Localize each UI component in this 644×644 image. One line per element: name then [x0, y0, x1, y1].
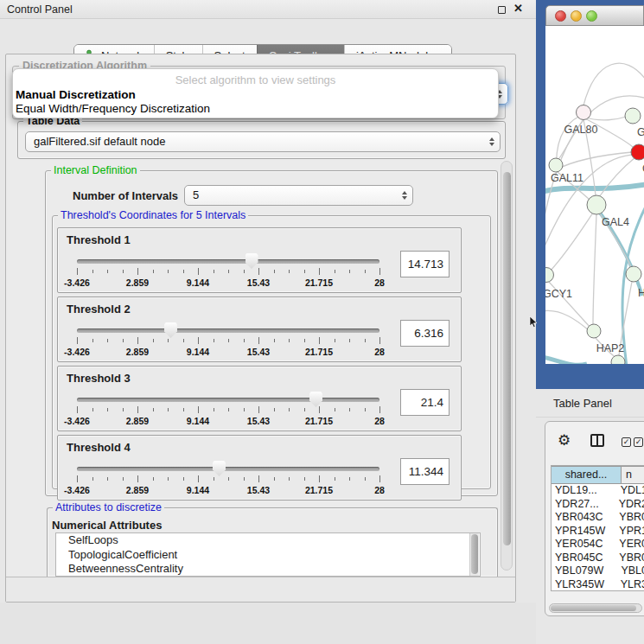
slider-thumb[interactable]	[245, 253, 258, 269]
slider-tick	[107, 477, 108, 481]
table-row[interactable]: YPR145W YPR1	[552, 525, 644, 539]
threshold-panel: Threshold 1 -3.4262.8599.14415.4321.7152…	[57, 227, 462, 293]
slider-thumb[interactable]	[309, 392, 322, 407]
network-view-canvas[interactable]: GAL80GACGAL11GAL4GCY1HHAP2	[545, 26, 644, 364]
column-header-name[interactable]: n	[622, 466, 644, 484]
slider-tick-label: 2.859	[126, 277, 149, 288]
thresholds-container: Threshold 1 -3.4262.8599.14415.4321.7152…	[57, 227, 462, 504]
close-traffic-light-icon[interactable]	[555, 10, 566, 22]
slider-tick-label: 21.715	[305, 347, 333, 357]
network-node-c[interactable]	[631, 144, 644, 160]
network-edge[interactable]	[557, 152, 632, 169]
dropdown-option-equal-width[interactable]: Equal Width/Frequency Discretization	[16, 102, 210, 115]
slider-tick	[335, 408, 335, 411]
close-icon[interactable]: ✕	[513, 2, 523, 15]
network-node-label: GA	[637, 126, 644, 138]
slider-ticks	[77, 406, 379, 414]
slider-tick	[319, 475, 320, 482]
top-tab-strip: Network Style Select Cyni Toolbox jActiv…	[0, 19, 536, 52]
slider-tick-label: 21.715	[305, 416, 333, 426]
split-view-icon[interactable]	[590, 434, 604, 447]
cell-name: YDL1	[616, 484, 644, 498]
network-window-titlebar[interactable]	[545, 5, 644, 26]
network-node[interactable]	[611, 355, 625, 364]
slider-tick-label: 9.144	[187, 347, 209, 357]
slider-track[interactable]	[77, 467, 379, 471]
numerical-attributes-list[interactable]: SelfLoopsTopologicalCoefficientBetweenne…	[55, 532, 481, 577]
threshold-slider[interactable]: -3.4262.8599.14415.4321.71528	[77, 392, 379, 429]
scrollbar-thumb[interactable]	[503, 172, 511, 545]
slider-tick-labels: -3.4262.8599.14415.4321.71528	[77, 277, 379, 288]
threshold-value-field[interactable]: 21.4	[400, 389, 450, 416]
table-row[interactable]: YDR27... YDR2	[552, 498, 644, 512]
network-edge[interactable]	[545, 310, 589, 330]
scrollbar-thumb[interactable]	[551, 605, 636, 611]
slider-thumb[interactable]	[164, 322, 177, 338]
scrollbar-thumb[interactable]	[471, 534, 478, 574]
network-edge[interactable]	[599, 157, 635, 197]
slider-tick	[365, 477, 366, 481]
threshold-slider[interactable]: -3.4262.8599.14415.4321.71528	[77, 462, 379, 498]
minimize-traffic-light-icon[interactable]	[571, 10, 582, 22]
table-horizontal-scrollbar[interactable]	[549, 603, 642, 613]
checkbox-checked-icon[interactable]: ✓	[622, 437, 631, 447]
table-row[interactable]: YDL19... YDL1	[552, 484, 644, 498]
network-edge[interactable]	[583, 63, 644, 105]
network-node-hap2[interactable]	[587, 324, 601, 338]
dropdown-option-manual[interactable]: Manual Discretization	[16, 88, 136, 101]
gear-icon[interactable]: ⚙	[558, 431, 571, 450]
table-row[interactable]: YBR043C YBR0	[552, 511, 644, 525]
slider-tick	[335, 477, 335, 481]
table-row[interactable]: YER054C YER0	[552, 538, 644, 552]
cell-shared-name: YDL19...	[552, 484, 616, 498]
column-header-shared-name[interactable]: shared...	[552, 466, 622, 484]
network-node-gal4[interactable]	[587, 195, 606, 214]
thresholds-group-title: Threshold's Coordinates for 5 Intervals	[58, 209, 248, 221]
table-data-combobox[interactable]: galFiltered.sif default node	[25, 131, 501, 152]
float-window-icon[interactable]	[498, 6, 506, 14]
network-node-gcy1[interactable]	[545, 268, 554, 283]
threshold-value-field[interactable]: 6.316	[400, 320, 450, 347]
slider-tick-labels: -3.4262.8599.14415.4321.71528	[77, 416, 379, 426]
network-node-h[interactable]	[626, 266, 641, 282]
network-node-gal11[interactable]	[549, 158, 563, 172]
panel-vertical-scrollbar[interactable]	[501, 161, 513, 571]
slider-track[interactable]	[77, 398, 379, 402]
network-node-gal80[interactable]	[577, 105, 591, 120]
network-edge[interactable]	[593, 214, 596, 324]
attribute-list-item[interactable]: SelfLoops	[56, 533, 480, 548]
network-edge-highlighted[interactable]	[545, 357, 587, 364]
node-table[interactable]: shared... n YDL19... YDL1 YDR27... YDR2 …	[551, 465, 644, 591]
zoom-traffic-light-icon[interactable]	[586, 10, 597, 22]
network-edge[interactable]	[583, 117, 626, 120]
table-row[interactable]: YBL079W YBL0	[552, 564, 644, 578]
threshold-value-field[interactable]: 11.344	[400, 458, 450, 485]
slider-tick	[304, 408, 305, 411]
network-canvas-svg: GAL80GACGAL11GAL4GCY1HHAP2	[545, 26, 644, 364]
attribute-list-item[interactable]: TopologicalCoefficient	[56, 548, 480, 563]
slider-tick-label: 28	[374, 347, 385, 357]
threshold-slider[interactable]: -3.4262.8599.14415.4321.71528	[77, 254, 379, 290]
table-row[interactable]: YLR345W YLR3	[552, 578, 644, 592]
number-of-intervals-combobox[interactable]: 5	[184, 185, 413, 206]
slider-thumb[interactable]	[213, 461, 226, 476]
slider-track[interactable]	[77, 328, 379, 333]
network-node-ga[interactable]	[625, 108, 641, 124]
cell-shared-name: YBL079W	[552, 564, 616, 578]
slider-tick	[183, 270, 184, 273]
slider-tick	[198, 406, 199, 413]
threshold-value-field[interactable]: 14.713	[400, 251, 450, 277]
attributes-list-scrollbar[interactable]	[469, 533, 479, 576]
slider-tick	[77, 268, 78, 275]
threshold-slider[interactable]: -3.4262.8599.14415.4321.71528	[77, 323, 379, 360]
number-of-intervals-label: Number of Intervals	[73, 189, 178, 202]
checkbox-checked-icon[interactable]: ✓	[634, 437, 643, 447]
slider-tick	[365, 270, 366, 273]
slider-tick	[168, 408, 169, 411]
attribute-list-item[interactable]: BetweennessCentrality	[56, 562, 480, 577]
slider-tick	[244, 270, 245, 273]
slider-track[interactable]	[77, 259, 379, 264]
slider-tick-label: 15.43	[247, 277, 270, 288]
table-row[interactable]: YBR045C YBR0	[552, 552, 644, 565]
slider-tick	[168, 270, 169, 273]
